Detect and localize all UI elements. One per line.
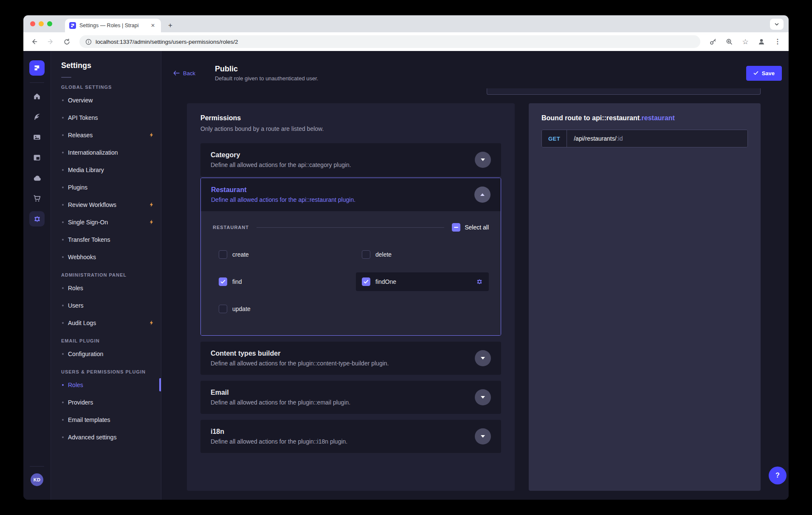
accordion-email[interactable]: Email Define all allowed actions for the… [200,381,501,414]
http-method-badge: GET [542,130,567,147]
sidebar-item-email-templates[interactable]: Email templates [51,411,161,428]
group-label: RESTAURANT [213,225,249,230]
help-button[interactable]: ? [769,467,787,484]
expand-toggle-button[interactable] [475,428,491,444]
sidebar-item-configuration[interactable]: Configuration [51,345,161,362]
accordion-title: Restaurant [211,186,355,194]
findone-checkbox[interactable] [362,277,370,286]
home-icon[interactable] [27,86,47,107]
settings-rail-item[interactable] [27,209,47,229]
browser-tab[interactable]: Settings — Roles | Strapi ✕ [65,19,161,32]
bullet-icon [62,221,64,223]
bullet-icon [62,287,64,289]
user-avatar[interactable]: KD [31,473,43,486]
create-checkbox[interactable] [219,250,227,259]
fullscreen-window-button[interactable] [47,21,52,26]
route-field[interactable]: GET /api/restaurants/:id [541,130,748,147]
bullet-icon [62,353,64,355]
update-checkbox[interactable] [219,305,227,313]
tab-search-chevron-button[interactable] [770,19,784,30]
lightning-badge-icon [149,320,154,325]
accordion-content-types-builder[interactable]: Content types builder Define all allowed… [200,342,501,375]
collapse-toggle-button[interactable] [474,187,491,203]
browser-menu-icon[interactable]: ⋮ [772,36,784,48]
cloud-deploy-icon[interactable] [27,168,47,188]
action-delete[interactable]: delete [356,245,489,264]
sidebar-item-plugins[interactable]: Plugins [51,178,161,196]
expand-toggle-button[interactable] [475,350,491,366]
bullet-icon [62,169,64,171]
strapi-logo[interactable] [29,60,45,76]
passwords-key-icon[interactable] [707,36,719,48]
sidebar-item-internationalization[interactable]: Internationalization [51,144,161,161]
close-window-button[interactable] [30,21,35,26]
sidebar-item-users[interactable]: Users [51,297,161,314]
route-path[interactable]: /api/restaurants/:id [567,130,747,147]
save-button[interactable]: Save [746,66,782,81]
sidebar-item-webhooks[interactable]: Webhooks [51,248,161,266]
action-label: delete [375,251,392,258]
sidebar-item-admin-roles[interactable]: Roles [51,279,161,297]
expand-toggle-button[interactable] [475,389,491,405]
tab-close-icon[interactable]: ✕ [149,22,157,29]
window-controls [30,21,52,26]
browser-toolbar: localhost:1337/admin/settings/users-perm… [23,32,789,51]
new-tab-button[interactable]: + [165,20,175,31]
accordion-i18n[interactable]: i18n Define all allowed actions for the … [200,420,501,453]
strapi-favicon-icon [69,22,76,29]
reload-icon[interactable] [61,36,73,48]
sidebar-item-up-roles[interactable]: Roles [51,376,161,393]
marketplace-cart-icon[interactable] [27,188,47,209]
action-update[interactable]: update [213,300,346,318]
find-checkbox[interactable] [219,277,227,286]
sidebar-item-releases[interactable]: Releases [51,126,161,144]
browser-tabstrip: Settings — Roles | Strapi ✕ + [23,15,789,32]
nav-section-admin-panel: ADMINISTRATION PANEL Roles Users Audit L… [51,272,161,331]
findone-settings-gear-icon[interactable] [476,278,483,285]
sidebar-item-label: Advanced settings [68,434,116,441]
sidebar-item-api-tokens[interactable]: API Tokens [51,109,161,126]
back-nav-icon[interactable] [28,36,40,48]
zoom-page-icon[interactable] [723,36,735,48]
sidebar-item-media-library[interactable]: Media Library [51,161,161,178]
sidebar-item-overview[interactable]: Overview [51,91,161,109]
action-findone[interactable]: findOne [356,272,489,291]
bullet-icon [62,134,64,136]
select-all-control[interactable]: Select all [452,223,489,232]
sidebar-item-providers[interactable]: Providers [51,393,161,411]
sidebar-item-audit-logs[interactable]: Audit Logs [51,314,161,331]
route-path-param: :id [617,135,623,142]
sidebar-item-label: API Tokens [68,114,98,121]
accordion-text: Content types builder Define all allowed… [211,350,389,367]
sidebar-item-review-workflows[interactable]: Review Workflows [51,196,161,213]
url-bar[interactable]: localhost:1337/admin/settings/users-perm… [79,35,700,48]
delete-checkbox[interactable] [362,250,370,259]
action-create[interactable]: create [213,245,346,264]
site-info-icon[interactable] [85,39,92,45]
sidebar-item-single-sign-on[interactable]: Single Sign-On [51,213,161,231]
bookmark-star-icon[interactable]: ☆ [739,36,751,48]
settings-gear-icon[interactable] [29,211,45,226]
sidebar-item-transfer-tokens[interactable]: Transfer Tokens [51,231,161,248]
sidebar-item-label: Webhooks [68,254,96,260]
content-type-builder-icon[interactable] [27,147,47,168]
sidebar-item-advanced-settings[interactable]: Advanced settings [51,428,161,446]
content-manager-feather-icon[interactable] [27,107,47,127]
action-find[interactable]: find [213,272,346,291]
rail-divider [30,82,44,83]
profile-avatar-icon[interactable] [756,36,767,48]
forward-nav-icon[interactable] [45,36,56,48]
back-link[interactable]: Back [173,70,195,76]
minimize-window-button[interactable] [39,21,44,26]
bullet-icon [62,305,64,306]
accordion-restaurant-header[interactable]: Restaurant Define all allowed actions fo… [201,178,501,211]
clipped-description-field[interactable] [487,88,761,95]
bullet-icon [62,322,64,324]
accordion-title: Content types builder [211,350,389,357]
action-label: create [232,251,249,258]
media-library-icon[interactable] [27,127,47,147]
chevron-down-icon [481,158,485,161]
accordion-category[interactable]: Category Define all allowed actions for … [200,143,501,176]
expand-toggle-button[interactable] [475,152,491,168]
select-all-checkbox[interactable] [452,223,460,232]
